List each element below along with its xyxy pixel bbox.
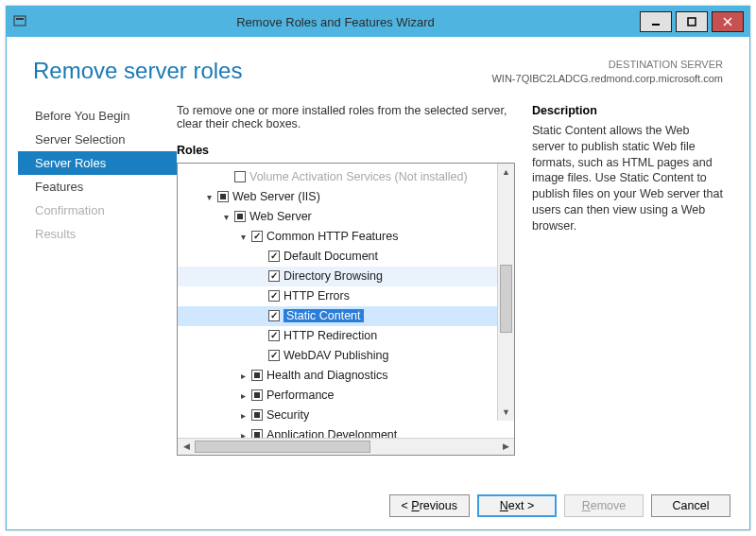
tree-row[interactable]: HTTP Redirection bbox=[178, 326, 514, 346]
scroll-up-icon[interactable]: ▲ bbox=[498, 164, 514, 181]
body-row: Before You BeginServer SelectionServer R… bbox=[18, 104, 723, 471]
vertical-scrollbar[interactable]: ▲ ▼ bbox=[497, 164, 514, 421]
nav-item-5: Results bbox=[18, 222, 177, 246]
expander-closed-icon[interactable]: ▸ bbox=[236, 430, 249, 438]
tree-row[interactable]: Volume Activation Services (Not installe… bbox=[178, 167, 514, 187]
roles-tree[interactable]: Volume Activation Services (Not installe… bbox=[178, 164, 514, 438]
scroll-track[interactable] bbox=[498, 181, 514, 404]
nav-item-3[interactable]: Features bbox=[18, 175, 177, 199]
description-label: Description bbox=[532, 104, 723, 117]
scroll-down-icon[interactable]: ▼ bbox=[498, 404, 514, 421]
tree-row[interactable]: ▾Web Server (IIS) bbox=[178, 187, 514, 207]
tree-row[interactable]: WebDAV Publishing bbox=[178, 346, 514, 366]
scroll-right-icon[interactable]: ▶ bbox=[497, 441, 514, 451]
remove-button: Remove bbox=[564, 494, 644, 517]
content-area: Remove server roles DESTINATION SERVER W… bbox=[7, 37, 749, 482]
checkbox[interactable] bbox=[268, 350, 280, 361]
tree-item-label: Web Server (IIS) bbox=[232, 190, 320, 203]
tree-row[interactable]: HTTP Errors bbox=[178, 286, 514, 306]
tree-item-label: Volume Activation Services (Not installe… bbox=[249, 170, 468, 183]
expander-open-icon[interactable]: ▾ bbox=[219, 212, 232, 222]
instruction-text: To remove one or more installed roles fr… bbox=[177, 104, 515, 130]
previous-button[interactable]: < Previous bbox=[389, 494, 470, 517]
roles-tree-scroll: Volume Activation Services (Not installe… bbox=[178, 164, 514, 438]
checkbox[interactable] bbox=[268, 290, 280, 302]
window-buttons bbox=[638, 11, 749, 32]
tree-item-label: Default Document bbox=[284, 250, 378, 263]
tree-row[interactable]: ▸Health and Diagnostics bbox=[178, 366, 514, 386]
scroll-left-icon[interactable]: ◀ bbox=[178, 441, 195, 451]
next-button[interactable]: Next > bbox=[477, 494, 557, 517]
checkbox[interactable] bbox=[268, 310, 280, 321]
window-title: Remove Roles and Features Wizard bbox=[33, 15, 638, 29]
nav-item-0[interactable]: Before You Begin bbox=[18, 104, 177, 128]
hscroll-track[interactable] bbox=[195, 439, 497, 455]
checkbox[interactable] bbox=[251, 389, 263, 401]
footer: < Previous Next > Remove Cancel bbox=[7, 482, 749, 529]
horizontal-scrollbar[interactable]: ◀ ▶ bbox=[178, 438, 514, 455]
expander-closed-icon[interactable]: ▸ bbox=[236, 371, 249, 381]
minimize-button[interactable] bbox=[640, 11, 672, 32]
nav-item-4: Confirmation bbox=[18, 199, 177, 222]
checkbox bbox=[234, 171, 246, 182]
checkbox[interactable] bbox=[251, 429, 263, 438]
tree-item-label: Performance bbox=[266, 389, 335, 402]
close-button[interactable] bbox=[712, 11, 744, 32]
roles-tree-box: Volume Activation Services (Not installe… bbox=[177, 163, 515, 456]
tree-row[interactable]: Static Content bbox=[178, 306, 514, 326]
description-text: Static Content allows the Web server to … bbox=[532, 123, 723, 234]
hscroll-thumb[interactable] bbox=[195, 441, 370, 453]
expander-open-icon[interactable]: ▾ bbox=[202, 192, 215, 202]
tree-row[interactable]: ▸Security bbox=[178, 406, 514, 425]
app-icon bbox=[7, 13, 33, 31]
destination-server: WIN-7QIBC2LADCG.redmond.corp.microsoft.c… bbox=[491, 72, 723, 86]
expander-closed-icon[interactable]: ▸ bbox=[236, 390, 249, 401]
tree-row[interactable]: ▸Performance bbox=[178, 386, 514, 406]
titlebar: Remove Roles and Features Wizard bbox=[7, 7, 749, 37]
tree-item-label: Application Development bbox=[266, 428, 397, 438]
tree-row[interactable]: ▾Web Server bbox=[178, 207, 514, 227]
checkbox[interactable] bbox=[251, 409, 263, 421]
maximize-button[interactable] bbox=[676, 11, 708, 32]
svg-rect-1 bbox=[16, 18, 24, 20]
tree-item-label: Directory Browsing bbox=[284, 269, 383, 283]
checkbox[interactable] bbox=[268, 270, 280, 282]
wizard-nav: Before You BeginServer SelectionServer R… bbox=[18, 104, 177, 471]
checkbox[interactable] bbox=[268, 251, 280, 262]
tree-row[interactable]: Directory Browsing bbox=[178, 267, 514, 286]
checkbox[interactable] bbox=[234, 211, 246, 222]
expander-closed-icon[interactable]: ▸ bbox=[236, 410, 249, 421]
nav-item-1[interactable]: Server Selection bbox=[18, 128, 177, 151]
tree-item-label: Static Content bbox=[284, 309, 364, 322]
roles-label: Roles bbox=[177, 144, 515, 157]
scroll-thumb[interactable] bbox=[500, 265, 512, 333]
tree-item-label: HTTP Errors bbox=[284, 289, 350, 303]
wizard-window: Remove Roles and Features Wizard Remove … bbox=[6, 6, 750, 530]
checkbox[interactable] bbox=[251, 370, 263, 381]
tree-item-label: Health and Diagnostics bbox=[266, 369, 388, 382]
page-title: Remove server roles bbox=[33, 58, 242, 84]
checkbox[interactable] bbox=[251, 231, 263, 242]
center-column: To remove one or more installed roles fr… bbox=[177, 104, 532, 471]
tree-row[interactable]: ▾Common HTTP Features bbox=[178, 227, 514, 247]
svg-rect-0 bbox=[14, 16, 26, 26]
cancel-button[interactable]: Cancel bbox=[651, 494, 730, 517]
tree-row[interactable]: Default Document bbox=[178, 247, 514, 267]
tree-item-label: Common HTTP Features bbox=[266, 230, 398, 243]
nav-item-2[interactable]: Server Roles bbox=[18, 151, 177, 175]
tree-row[interactable]: ▸Application Development bbox=[178, 425, 514, 438]
tree-item-label: Security bbox=[266, 408, 309, 422]
header-row: Remove server roles DESTINATION SERVER W… bbox=[18, 58, 723, 87]
svg-rect-3 bbox=[688, 18, 696, 26]
expander-open-icon[interactable]: ▾ bbox=[236, 232, 249, 242]
checkbox[interactable] bbox=[217, 191, 229, 202]
description-column: Description Static Content allows the We… bbox=[532, 104, 723, 471]
tree-item-label: HTTP Redirection bbox=[284, 329, 377, 342]
checkbox[interactable] bbox=[268, 330, 280, 341]
tree-item-label: WebDAV Publishing bbox=[284, 349, 388, 362]
destination-info: DESTINATION SERVER WIN-7QIBC2LADCG.redmo… bbox=[491, 58, 723, 87]
destination-label: DESTINATION SERVER bbox=[491, 58, 723, 72]
tree-item-label: Web Server bbox=[249, 210, 312, 223]
